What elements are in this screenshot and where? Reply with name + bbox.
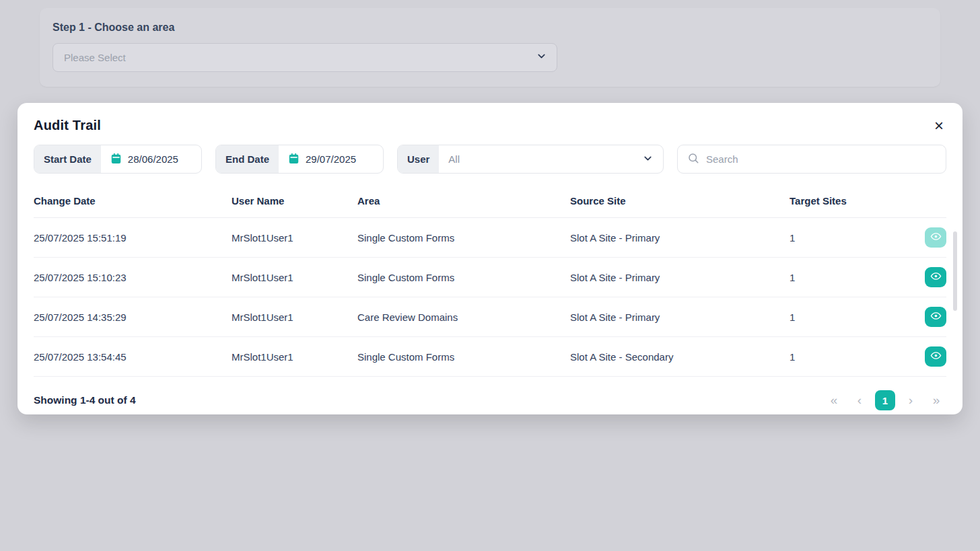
step1-title: Step 1 - Choose an area <box>53 22 928 34</box>
cell-user-name: MrSlot1User1 <box>232 232 357 244</box>
audit-trail-modal: Audit Trail × Start Date 28/06/2025 End … <box>18 103 963 414</box>
cell-target-sites: 1 <box>790 232 915 244</box>
cell-change-date: 25/07/2025 15:51:19 <box>34 232 232 244</box>
user-filter-dropdown[interactable]: User All <box>397 145 664 174</box>
table-row: 25/07/2025 13:54:45 MrSlot1User1 Single … <box>34 337 946 377</box>
showing-count-text: Showing 1-4 out of 4 <box>34 394 136 406</box>
pagination-prev-button[interactable]: ‹ <box>849 390 870 410</box>
view-details-button[interactable] <box>925 227 946 248</box>
column-header-target-sites: Target Sites <box>790 195 915 207</box>
cell-area: Single Custom Forms <box>357 351 570 363</box>
cell-source-site: Slot A Site - Primary <box>570 272 790 283</box>
cell-change-date: 25/07/2025 15:10:23 <box>34 272 232 283</box>
cell-target-sites: 1 <box>790 311 915 323</box>
cell-area: Single Custom Forms <box>357 272 570 283</box>
start-date-value: 28/06/2025 <box>128 153 178 165</box>
cell-target-sites: 1 <box>790 272 915 283</box>
cell-source-site: Slot A Site - Primary <box>570 232 790 244</box>
audit-table: Change Date User Name Area Source Site T… <box>34 190 946 377</box>
eye-icon <box>930 310 942 324</box>
start-date-picker[interactable]: Start Date 28/06/2025 <box>34 145 202 174</box>
close-button[interactable]: × <box>932 118 946 134</box>
eye-icon <box>930 350 942 363</box>
cell-user-name: MrSlot1User1 <box>232 311 357 323</box>
calendar-icon <box>288 153 300 166</box>
cell-user-name: MrSlot1User1 <box>232 351 357 363</box>
end-date-value: 29/07/2025 <box>306 153 356 165</box>
table-body: 25/07/2025 15:51:19 MrSlot1User1 Single … <box>34 218 946 377</box>
close-icon: × <box>934 116 944 135</box>
user-filter-label: User <box>398 145 439 173</box>
start-date-label: Start Date <box>34 145 101 173</box>
view-details-button[interactable] <box>925 307 946 327</box>
pagination: « ‹ 1 › » <box>824 390 946 410</box>
cell-source-site: Slot A Site - Primary <box>570 311 790 323</box>
table-row: 25/07/2025 14:35:29 MrSlot1User1 Care Re… <box>34 297 946 337</box>
user-filter-value: All <box>448 153 460 165</box>
area-select[interactable]: Please Select <box>53 43 557 72</box>
chevron-down-icon <box>536 50 547 65</box>
calendar-icon <box>110 153 122 166</box>
chevron-down-icon <box>642 153 654 166</box>
step1-card: Step 1 - Choose an area Please Select <box>40 8 940 87</box>
cell-source-site: Slot A Site - Secondary <box>570 351 790 363</box>
table-header: Change Date User Name Area Source Site T… <box>34 190 946 218</box>
cell-change-date: 25/07/2025 13:54:45 <box>34 351 232 363</box>
search-input[interactable] <box>706 153 936 165</box>
modal-footer: Showing 1-4 out of 4 « ‹ 1 › » <box>34 377 946 413</box>
end-date-label: End Date <box>216 145 279 173</box>
eye-icon <box>930 270 942 284</box>
view-details-button[interactable] <box>925 267 946 287</box>
vertical-scrollbar[interactable] <box>953 231 957 311</box>
cell-area: Single Custom Forms <box>357 232 570 244</box>
pagination-page-1-button[interactable]: 1 <box>875 390 895 410</box>
pagination-first-button[interactable]: « <box>824 390 844 410</box>
area-select-placeholder: Please Select <box>64 52 126 63</box>
eye-icon <box>930 231 942 244</box>
search-box <box>677 145 946 174</box>
table-row: 25/07/2025 15:51:19 MrSlot1User1 Single … <box>34 218 946 258</box>
view-details-button[interactable] <box>925 346 946 367</box>
cell-user-name: MrSlot1User1 <box>232 272 357 283</box>
cell-target-sites: 1 <box>790 351 915 363</box>
table-row: 25/07/2025 15:10:23 MrSlot1User1 Single … <box>34 258 946 297</box>
column-header-source-site: Source Site <box>570 195 790 207</box>
pagination-next-button[interactable]: › <box>901 390 921 410</box>
column-header-user-name: User Name <box>232 195 357 207</box>
pagination-last-button[interactable]: » <box>926 390 946 410</box>
cell-area: Care Review Domains <box>357 311 570 323</box>
end-date-picker[interactable]: End Date 29/07/2025 <box>215 145 384 174</box>
modal-title: Audit Trail <box>34 118 101 133</box>
search-icon <box>687 152 699 167</box>
column-header-change-date: Change Date <box>34 195 232 207</box>
cell-change-date: 25/07/2025 14:35:29 <box>34 311 232 323</box>
column-header-area: Area <box>357 195 570 207</box>
filters-bar: Start Date 28/06/2025 End Date 29/07/202… <box>34 145 946 174</box>
